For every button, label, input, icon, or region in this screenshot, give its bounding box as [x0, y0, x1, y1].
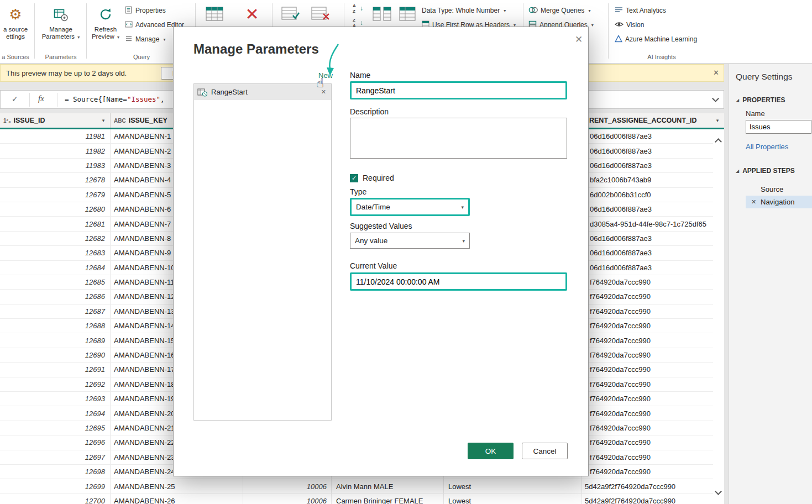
cell-account-id[interactable]: f764920da7ccc990 — [582, 363, 713, 376]
commit-check-icon[interactable]: ✓ — [12, 95, 18, 103]
cell-priority[interactable]: Lowest — [444, 494, 582, 504]
cell-account-id[interactable]: 06d16d006f887ae3 — [582, 246, 713, 260]
cell-account-id[interactable]: f764920da7ccc990 — [582, 421, 713, 435]
cell-issue-id[interactable]: 12695 — [0, 421, 111, 435]
cell-account-id[interactable]: 5d42a9f2f764920da7ccc990 — [582, 494, 713, 504]
keep-rows-button[interactable] — [277, 4, 304, 26]
applied-step-source[interactable]: Source — [746, 183, 812, 196]
formula-input[interactable]: = Source{[Name="Issues", — [65, 95, 165, 103]
remove-rows-button[interactable] — [307, 4, 334, 26]
column-header-issue-id[interactable]: 1²₃ ISSUE_ID ▾ — [0, 113, 111, 128]
ok-button[interactable]: OK — [468, 443, 514, 459]
split-column-button[interactable] — [369, 4, 395, 26]
cancel-button[interactable]: Cancel — [522, 443, 568, 459]
choose-columns-button[interactable] — [202, 4, 229, 26]
parameter-list-item-rangestart[interactable]: RangeStart ✕ — [194, 84, 331, 100]
cell-account-id[interactable]: f764920da7ccc990 — [582, 319, 713, 333]
delete-step-icon[interactable]: ✕ — [751, 198, 756, 206]
vision-button[interactable]: Vision — [615, 19, 644, 31]
manage-button[interactable]: Manage ▾ — [125, 33, 165, 45]
required-checkbox[interactable]: ✓ — [350, 174, 358, 182]
cell-person[interactable]: Alvin Mann MALE — [332, 479, 444, 493]
cell-account-id[interactable]: f764920da7ccc990 — [582, 465, 713, 479]
cell-account-id[interactable]: bfa2c1006b743ab9 — [582, 173, 713, 187]
properties-button[interactable]: Properties — [125, 4, 166, 17]
cell-account-id[interactable]: 06d16d006f887ae3 — [582, 129, 713, 143]
cell-account-id[interactable]: f764920da7ccc990 — [582, 435, 713, 449]
manage-parameters-button[interactable]: Manage Parameters ▾ — [36, 4, 85, 41]
dialog-close-icon[interactable]: ✕ — [575, 34, 583, 45]
cell-issue-id[interactable]: 12696 — [0, 435, 111, 449]
vertical-scrollbar[interactable] — [713, 129, 724, 504]
cell-issue-id[interactable]: 12684 — [0, 261, 111, 275]
type-dropdown[interactable]: Date/Time ▾ — [350, 198, 470, 216]
cell-account-id[interactable]: 06d16d006f887ae3 — [582, 202, 713, 216]
data-source-settings-button[interactable]: ⚙ a source ettings — [0, 4, 32, 40]
filter-button[interactable]: ▾ — [713, 116, 722, 125]
cell-account-id[interactable]: f764920da7ccc990 — [582, 377, 713, 391]
column-header-account-id[interactable]: RENT_ASSIGNEE_ACCOUNT_ID ▾ — [582, 113, 724, 128]
cell-issue-id[interactable]: 12699 — [0, 479, 111, 493]
cell-account-id[interactable]: 6d002b006b31ccf0 — [582, 188, 713, 202]
text-analytics-button[interactable]: Text Analytics — [615, 4, 666, 17]
cell-priority[interactable]: Lowest — [444, 479, 582, 493]
query-name-input[interactable] — [746, 120, 811, 134]
cell-account-id[interactable]: f764920da7ccc990 — [582, 406, 713, 420]
cell-account-id[interactable]: d3085a4-951d-44fe-98c7-1c725df65 — [582, 217, 713, 230]
cell-account-id[interactable]: 06d16d006f887ae3 — [582, 261, 713, 275]
cell-issue-id[interactable]: 12687 — [0, 305, 111, 318]
remove-columns-button[interactable]: ✕ — [241, 4, 263, 26]
delete-parameter-icon[interactable]: ✕ — [321, 88, 326, 96]
cell-issue-id[interactable]: 12691 — [0, 363, 111, 376]
scroll-up-icon[interactable] — [715, 138, 722, 145]
current-value-input[interactable] — [350, 272, 567, 291]
parameter-name-input[interactable] — [350, 81, 567, 99]
cell-issue-id[interactable]: 11982 — [0, 144, 111, 158]
applied-steps-section-header[interactable]: ◢ APPLIED STEPS — [736, 167, 795, 175]
cell-issue-id[interactable]: 11983 — [0, 159, 111, 172]
all-properties-link[interactable]: All Properties — [746, 143, 788, 151]
cell-issue-id[interactable]: 12697 — [0, 450, 111, 464]
cell-account-id[interactable]: f764920da7ccc990 — [582, 392, 713, 406]
suggested-values-dropdown[interactable]: Any value ▾ — [350, 233, 470, 249]
cell-issue-id[interactable]: 12683 — [0, 246, 111, 260]
cell-issue-id[interactable]: 12700 — [0, 494, 111, 504]
cell-issue-id[interactable]: 12689 — [0, 333, 111, 347]
applied-step-navigation[interactable]: ✕ Navigation — [746, 196, 812, 208]
cell-issue-id[interactable]: 12682 — [0, 232, 111, 245]
cell-issue-id[interactable]: 12678 — [0, 173, 111, 187]
cell-account-id[interactable]: f764920da7ccc990 — [582, 348, 713, 362]
cell-account-id[interactable]: 5d42a9f2f764920da7ccc990 — [582, 479, 713, 493]
cell-account-id[interactable]: f764920da7ccc990 — [582, 333, 713, 347]
cell-issue-id[interactable]: 12694 — [0, 406, 111, 420]
azure-machine-learning-button[interactable]: Azure Machine Learning — [615, 33, 697, 45]
parameter-description-input[interactable] — [350, 118, 567, 159]
cell-issue-id[interactable]: 12688 — [0, 319, 111, 333]
scroll-down-icon[interactable] — [715, 488, 722, 495]
cell-account-id[interactable]: 06d16d006f887ae3 — [582, 144, 713, 158]
cell-issue-id[interactable]: 12679 — [0, 188, 111, 202]
cell-issue-id[interactable]: 12680 — [0, 202, 111, 216]
cell-issue-id[interactable]: 11981 — [0, 129, 111, 143]
properties-section-header[interactable]: ◢ PROPERTIES — [736, 96, 785, 104]
cell-account-id[interactable]: 06d16d006f887ae3 — [582, 232, 713, 245]
filter-button[interactable]: ▾ — [99, 116, 108, 125]
new-parameter-link[interactable]: New — [318, 71, 333, 80]
cell-issue-id[interactable]: 12693 — [0, 392, 111, 406]
cell-issue-id[interactable]: 12685 — [0, 275, 111, 289]
formula-expand-icon[interactable] — [712, 95, 719, 102]
cell-issue-id[interactable]: 12692 — [0, 377, 111, 391]
banner-close-icon[interactable]: ✕ — [713, 69, 719, 77]
cell-reporter-id[interactable]: 10006 — [243, 494, 332, 504]
cell-account-id[interactable]: 06d16d006f887ae3 — [582, 159, 713, 172]
cell-issue-id[interactable]: 12690 — [0, 348, 111, 362]
refresh-preview-button[interactable]: Refresh Preview ▾ — [88, 4, 123, 41]
cell-person[interactable]: Carmen Brininger FEMALE — [332, 494, 444, 504]
group-by-button[interactable] — [397, 4, 419, 26]
sort-ascending-button[interactable]: AZ↓ — [352, 3, 364, 15]
cell-account-id[interactable]: f764920da7ccc990 — [582, 290, 713, 303]
cell-account-id[interactable]: f764920da7ccc990 — [582, 305, 713, 318]
cell-account-id[interactable]: f764920da7ccc990 — [582, 275, 713, 289]
cell-issue-id[interactable]: 12681 — [0, 217, 111, 230]
cell-issue-key[interactable]: AMANDABENN-26 — [111, 494, 243, 504]
